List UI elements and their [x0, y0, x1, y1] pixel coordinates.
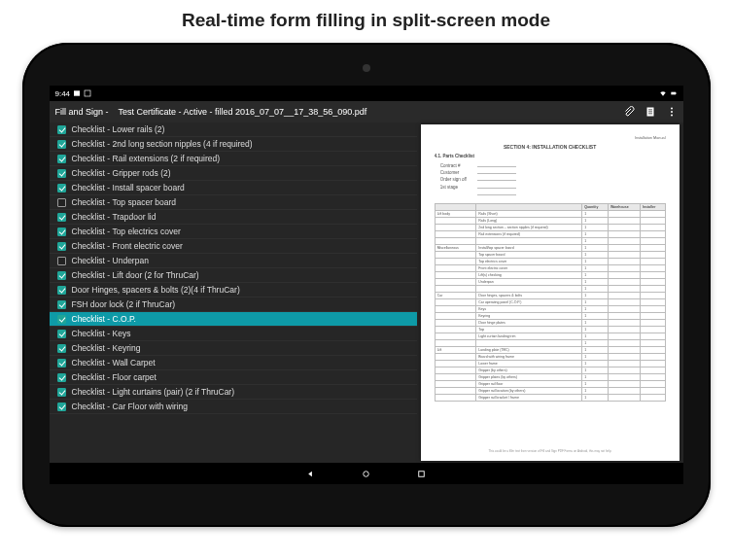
svg-rect-2 — [671, 92, 676, 95]
checklist-label: Checklist - Lower rails (2) — [72, 124, 165, 134]
checklist-label: FSH door lock (2 if ThruCar) — [72, 299, 176, 309]
svg-rect-0 — [74, 90, 80, 95]
checklist-item[interactable]: Checklist - Rail extensions (2 if requir… — [50, 152, 417, 166]
svg-point-11 — [364, 471, 369, 476]
status-time: 9:44 — [55, 89, 71, 98]
checklist-item[interactable]: FSH door lock (2 if ThruCar) — [50, 298, 417, 312]
checklist-item[interactable]: Checklist - Top spacer board — [50, 195, 417, 210]
checklist-item[interactable]: Checklist - Trapdoor lid — [50, 210, 417, 225]
checklist-label: Door Hinges, spacers & bolts (2)(4 if Th… — [72, 285, 240, 295]
checkbox[interactable] — [57, 315, 66, 324]
checkbox[interactable] — [57, 257, 66, 265]
svg-rect-12 — [419, 471, 425, 476]
checklist-label: Checklist - C.O.P. — [72, 314, 136, 324]
checkbox[interactable] — [57, 402, 66, 411]
document-icon[interactable] — [645, 106, 656, 118]
tablet-frame: 9:44 Fill and Sign - Test Certificate - … — [22, 43, 711, 527]
checklist-item[interactable]: Checklist - Floor carpet — [50, 370, 417, 385]
svg-point-8 — [671, 108, 673, 110]
checklist-label: Checklist - Install spacer board — [72, 183, 185, 192]
checklist-item[interactable]: Checklist - Top electrics cover — [50, 225, 417, 239]
more-icon[interactable] — [666, 106, 678, 118]
checklist-item[interactable]: Checklist - 2nd long section nipples (4 … — [50, 137, 417, 152]
svg-rect-7 — [648, 114, 652, 115]
checklist-item[interactable]: Checklist - C.O.P. — [50, 312, 417, 327]
checklist-label: Checklist - Top electrics cover — [72, 227, 181, 236]
checkbox[interactable] — [57, 300, 66, 309]
checkbox[interactable] — [57, 228, 66, 236]
checklist-item[interactable]: Checklist - Install spacer board — [50, 181, 417, 195]
checkbox[interactable] — [57, 184, 66, 192]
document-preview[interactable]: Installation Manual SECTION 4: INSTALLAT… — [421, 124, 680, 461]
checklist-item[interactable]: Checklist - Underpan — [50, 254, 417, 268]
home-icon[interactable] — [361, 469, 371, 479]
svg-rect-1 — [85, 90, 90, 96]
checklist-item[interactable]: Checklist - Wall Carpet — [50, 356, 417, 370]
checklist-label: Checklist - Car Floor with wiring — [72, 402, 189, 411]
svg-point-9 — [671, 111, 673, 113]
checklist-label: Checklist - Keyring — [72, 343, 141, 353]
checkbox[interactable] — [57, 169, 66, 178]
doc-subtitle: 4.1. Parts Checklist — [435, 154, 666, 158]
doc-footer: This could be a filler text from version… — [435, 449, 666, 453]
back-icon[interactable] — [305, 469, 316, 479]
checklist-label: Checklist - 2nd long section nipples (4 … — [72, 139, 253, 149]
status-bar: 9:44 — [50, 86, 683, 101]
checklist-item[interactable]: Checklist - Front electric cover — [50, 239, 417, 254]
checklist-label: Checklist - Floor carpet — [72, 372, 157, 382]
wifi-icon — [659, 89, 667, 97]
app-bar: Fill and Sign - Test Certificate - Activ… — [50, 101, 683, 122]
checklist-item[interactable]: Door Hinges, spacers & bolts (2)(4 if Th… — [50, 283, 417, 298]
checkbox[interactable] — [57, 330, 66, 338]
checklist-item[interactable]: Checklist - Lower rails (2) — [50, 122, 417, 137]
split-content: Checklist - Lower rails (2)Checklist - 2… — [50, 122, 683, 463]
checkbox[interactable] — [57, 125, 66, 134]
svg-rect-6 — [648, 112, 652, 113]
checkbox[interactable] — [57, 286, 66, 295]
nav-bar — [50, 463, 683, 484]
checkbox[interactable] — [57, 359, 66, 368]
checkbox[interactable] — [57, 242, 66, 251]
svg-rect-5 — [648, 110, 652, 111]
checkbox[interactable] — [57, 155, 66, 163]
doc-table: QuantityWarehouseInstallerLift bodyRails… — [435, 203, 666, 402]
checklist-item[interactable]: Checklist - Keys — [50, 327, 417, 341]
app-status-icon — [84, 89, 91, 97]
preview-pane[interactable]: Installation Manual SECTION 4: INSTALLAT… — [417, 122, 683, 463]
document-title: Test Certificate - Active - filled 2016_… — [119, 107, 613, 117]
checklist-label: Checklist - Underpan — [72, 256, 149, 265]
form-pane: Checklist - Lower rails (2)Checklist - 2… — [50, 122, 417, 463]
checkbox[interactable] — [57, 388, 66, 397]
checklist-item[interactable]: Checklist - Lift door (2 for ThruCar) — [50, 268, 417, 283]
checklist-label: Checklist - Gripper rods (2) — [72, 168, 171, 178]
doc-fields: Contract #CustomerOrder sign off1st stag… — [440, 162, 666, 195]
doc-header-right: Installation Manual — [435, 136, 666, 140]
checkbox[interactable] — [57, 198, 66, 207]
recent-icon[interactable] — [416, 469, 427, 479]
checklist-label: Checklist - Keys — [72, 329, 131, 338]
checklist-item[interactable]: Checklist - Gripper rods (2) — [50, 166, 417, 181]
battery-icon — [670, 89, 678, 97]
attachment-icon[interactable] — [623, 106, 635, 118]
checklist-item[interactable]: Checklist - Car Floor with wiring — [50, 400, 417, 414]
caption: Real-time form filling in split-screen m… — [0, 0, 732, 35]
checkbox[interactable] — [57, 140, 66, 149]
checklist-item[interactable]: Checklist - Keyring — [50, 341, 417, 356]
checklist-item[interactable]: Checklist - Light curtains (pair) (2 if … — [50, 385, 417, 400]
svg-rect-3 — [676, 92, 677, 93]
app-title: Fill and Sign - — [55, 107, 109, 117]
checkbox[interactable] — [57, 344, 66, 353]
checkbox[interactable] — [57, 373, 66, 382]
checklist-label: Checklist - Front electric cover — [72, 241, 183, 251]
calendar-icon — [73, 89, 81, 97]
checklist-label: Checklist - Rail extensions (2 if requir… — [72, 154, 221, 163]
svg-point-10 — [671, 115, 673, 117]
checklist-label: Checklist - Top spacer board — [72, 197, 177, 207]
checkbox[interactable] — [57, 213, 66, 222]
checklist-label: Checklist - Wall Carpet — [72, 358, 156, 368]
screen: 9:44 Fill and Sign - Test Certificate - … — [50, 86, 683, 484]
checklist-label: Checklist - Trapdoor lid — [72, 212, 157, 222]
checklist[interactable]: Checklist - Lower rails (2)Checklist - 2… — [50, 122, 417, 414]
checkbox[interactable] — [57, 271, 66, 280]
checklist-label: Checklist - Lift door (2 for ThruCar) — [72, 270, 199, 280]
